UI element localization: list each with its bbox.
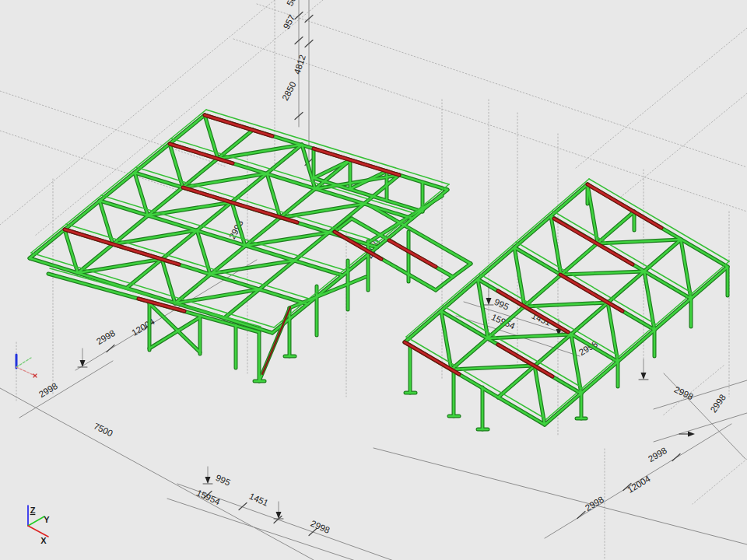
dimension-line bbox=[19, 361, 113, 418]
grid-guide-line bbox=[257, 4, 747, 167]
dimension-label: 957 bbox=[282, 13, 297, 31]
dimension-tick bbox=[107, 345, 114, 352]
dimension-label: 56 bbox=[285, 0, 298, 8]
dimension-label: 2850 bbox=[280, 80, 298, 102]
dimension-label: 12004 bbox=[626, 474, 652, 495]
dimension-label: 2998 bbox=[584, 495, 605, 513]
model-viewport[interactable]: 7500995159541451299829981200429989951595… bbox=[0, 0, 747, 560]
dimension-label: 2998 bbox=[95, 328, 117, 346]
triad-x-label: X bbox=[40, 536, 47, 545]
dimension-line bbox=[654, 413, 747, 442]
structural-model-canvas: 7500995159541451299829981200429989951595… bbox=[0, 0, 747, 560]
dimension-label: 995 bbox=[493, 297, 510, 312]
right-arrow-icon bbox=[688, 432, 695, 437]
member-green bbox=[350, 171, 387, 189]
down-arrow-icon bbox=[205, 477, 211, 484]
origin-y-arrow bbox=[16, 358, 31, 367]
origin-x-arrow bbox=[16, 367, 35, 376]
dimension-line bbox=[0, 388, 314, 560]
grid-guide-line bbox=[621, 93, 747, 197]
grid-guide-line bbox=[693, 459, 747, 504]
structure-layer bbox=[30, 110, 729, 429]
axes-triad: ZYX bbox=[28, 506, 50, 545]
dimension-tick bbox=[577, 512, 585, 519]
dimension-label: 12004 bbox=[130, 317, 156, 338]
dimension-label: 15954 bbox=[195, 488, 223, 506]
member-red bbox=[183, 187, 297, 222]
origin-marker bbox=[16, 355, 37, 377]
triad-z-label: Z bbox=[30, 506, 36, 515]
dimension-label: 2998 bbox=[673, 384, 695, 401]
triad-y-axis bbox=[28, 516, 44, 526]
member-green-chord bbox=[31, 253, 274, 327]
dimension-label: 2998 bbox=[708, 393, 728, 415]
triad-x-axis bbox=[28, 526, 48, 537]
grid-guide-line bbox=[0, 91, 226, 166]
dimension-label: 4812 bbox=[293, 54, 307, 75]
dimension-label: 7500 bbox=[93, 421, 114, 438]
member-red-brace bbox=[262, 307, 290, 374]
dimension-line bbox=[167, 499, 381, 560]
down-arrow-icon bbox=[80, 360, 86, 367]
triad-y-label: Y bbox=[44, 515, 50, 524]
dimension-labels: 7500995159541451299829981200429989951595… bbox=[37, 0, 728, 535]
grid-guide-line bbox=[576, 28, 747, 168]
member-red bbox=[205, 115, 272, 136]
dimension-tick bbox=[672, 454, 680, 461]
member-green bbox=[436, 277, 453, 290]
down-arrow-icon bbox=[641, 373, 647, 380]
member-green bbox=[289, 277, 366, 308]
dimension-label: 2998 bbox=[647, 446, 668, 464]
dimension-label: 995 bbox=[214, 473, 231, 488]
dimension-label: 2998 bbox=[37, 381, 59, 399]
grid-guide-line bbox=[0, 0, 275, 225]
grid-guide-line bbox=[35, 0, 323, 236]
member-red bbox=[389, 240, 436, 267]
member-green bbox=[453, 264, 471, 277]
member-green-chord bbox=[101, 195, 344, 270]
dimension-line bbox=[374, 448, 747, 544]
dimension-label: 1451 bbox=[247, 492, 269, 508]
dimension-tick bbox=[274, 516, 282, 523]
down-arrow-icon bbox=[486, 298, 492, 305]
